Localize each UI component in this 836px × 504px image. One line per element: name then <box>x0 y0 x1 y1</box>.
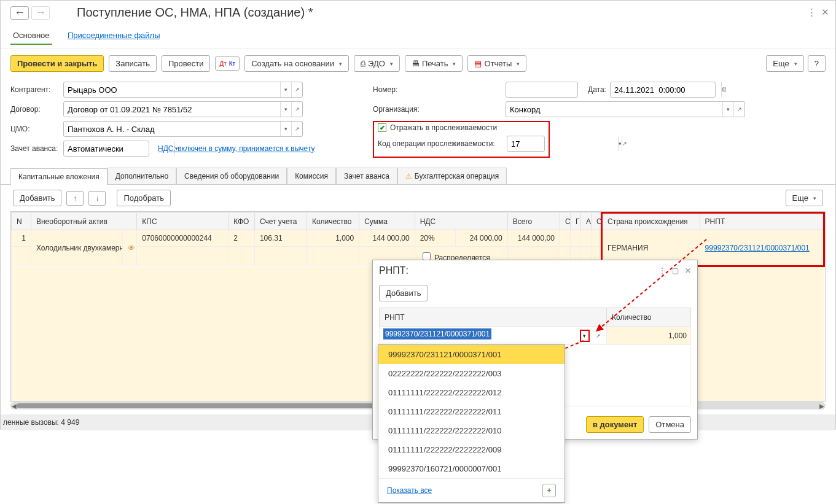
dropdown-item[interactable]: 02222222/222222/2222222/003 <box>378 364 564 383</box>
col-kfo[interactable]: КФО <box>229 213 255 230</box>
cell-g[interactable] <box>570 230 580 247</box>
popup-cancel-button[interactable]: Отмена <box>649 416 691 433</box>
col-total[interactable]: Всего <box>507 213 560 230</box>
col-g[interactable]: Г <box>570 213 580 230</box>
col-a[interactable]: А <box>580 213 591 230</box>
popup-rnpt-cell[interactable]: 99992370/231121/0000371/001 ▾ ↗ <box>380 327 607 345</box>
tab-equipment[interactable]: Сведения об оборудовании <box>176 168 287 184</box>
create-based-on-button[interactable]: Создать на основании <box>244 55 349 72</box>
popup-rnpt-input[interactable]: 99992370/231121/0000371/001 <box>383 328 491 339</box>
col-qty[interactable]: Количество <box>307 213 359 230</box>
move-up-button[interactable]: ↑ <box>66 191 84 206</box>
back-button[interactable]: 🡐 <box>10 6 29 20</box>
contractor-field[interactable]: ▾ ↗ <box>63 82 303 98</box>
col-asset[interactable]: Внеоборотный актив <box>31 213 136 230</box>
dropdown-item[interactable]: 01111111/222222/2222222/010 <box>378 421 564 440</box>
post-button[interactable]: Провести <box>162 55 211 72</box>
open-icon[interactable]: ↗ <box>622 136 627 151</box>
cell-vat-sum[interactable]: 24 000,00 <box>455 230 507 247</box>
open-icon[interactable]: ↗ <box>291 102 302 117</box>
col-s2[interactable]: С <box>591 213 601 230</box>
dropdown-item-active[interactable]: 99992370/231121/0000371/001 <box>378 345 564 364</box>
cell-a[interactable] <box>580 230 591 247</box>
col-kps[interactable]: КПС <box>137 213 229 230</box>
cell-asset[interactable]: Холодильник двухкамерный <box>31 230 122 266</box>
col-n[interactable]: N <box>12 213 31 230</box>
window-menu-icon[interactable]: ⋮ <box>807 7 816 18</box>
cmo-input[interactable] <box>64 122 280 136</box>
col-country[interactable]: Страна происхождения <box>601 213 700 230</box>
popup-dropdown-button[interactable]: ▾ <box>580 330 590 342</box>
calendar-icon[interactable]: 🗓 <box>721 82 727 97</box>
tab-main[interactable]: Основное <box>10 27 52 45</box>
col-vat[interactable]: НДС <box>415 213 507 230</box>
contractor-input[interactable] <box>64 82 280 97</box>
dropdown-icon[interactable]: ▾ <box>280 102 291 117</box>
forward-button[interactable]: 🡒 <box>31 6 50 20</box>
popup-ok-button[interactable]: в документ <box>586 416 644 433</box>
popup-col-qty[interactable]: Количество <box>607 308 691 327</box>
tab-capex[interactable]: Капитальные вложения <box>10 168 107 185</box>
edo-button[interactable]: ⎙ЭДО <box>354 55 400 72</box>
popup-open-icon[interactable]: ↗ <box>594 331 603 340</box>
cell-qty[interactable]: 1,000 <box>307 230 359 247</box>
dropdown-icon[interactable]: ▾ <box>280 122 291 136</box>
popup-menu-icon[interactable]: ⋮ <box>658 266 666 275</box>
write-button[interactable]: Записать <box>109 55 157 72</box>
cmo-field[interactable]: ▾ ↗ <box>63 121 303 137</box>
tab-extra[interactable]: Дополнительно <box>107 168 176 184</box>
cell-c[interactable] <box>560 230 570 247</box>
col-sum[interactable]: Сумма <box>359 213 415 230</box>
tab-accounting-op[interactable]: ⚠Бухгалтерская операция <box>397 168 507 184</box>
open-icon[interactable]: ↗ <box>733 102 744 117</box>
dropdown-item[interactable]: 01111111/222222/2222222/009 <box>378 440 564 459</box>
org-field[interactable]: ▾ ↗ <box>506 101 745 117</box>
open-icon[interactable]: ↗ <box>291 122 302 136</box>
advance-field[interactable]: ▾ <box>63 141 149 157</box>
popup-add-button[interactable]: Добавить <box>379 285 428 301</box>
dropdown-item[interactable]: 01111111/222222/2222222/011 <box>378 402 564 421</box>
dropdown-icon[interactable]: ▾ <box>722 102 733 117</box>
cell-rnpt[interactable]: 99992370/231121/0000371/001 <box>700 230 824 266</box>
col-account[interactable]: Счет учета <box>254 213 307 230</box>
cell-account[interactable]: 106.31 <box>254 230 307 247</box>
table-row[interactable]: 1 Холодильник двухкамерный 👁 07060000000… <box>12 230 824 247</box>
table-more-button[interactable]: Еще <box>786 190 823 206</box>
popup-qty-cell[interactable]: 1,000 <box>607 327 691 345</box>
popup-maximize-icon[interactable]: ▢ <box>672 266 679 275</box>
col-c[interactable]: С <box>560 213 570 230</box>
show-all-link[interactable]: Показать все <box>387 486 432 495</box>
col-rnpt[interactable]: РНПТ <box>700 213 824 230</box>
add-new-icon[interactable]: + <box>542 484 556 497</box>
post-and-close-button[interactable]: Провести и закрыть <box>10 55 104 72</box>
date-input[interactable] <box>611 82 721 97</box>
reports-button[interactable]: ▤Отчеты <box>467 55 526 72</box>
pick-button[interactable]: Подобрать <box>117 190 170 206</box>
cell-total[interactable]: 144 000,00 <box>507 230 560 247</box>
popup-close-icon[interactable]: ✕ <box>685 266 691 275</box>
add-row-button[interactable]: Добавить <box>13 190 61 206</box>
help-button[interactable]: ? <box>808 55 826 72</box>
rnpt-link[interactable]: 99992370/231121/0000371/001 <box>705 244 810 252</box>
cell-s2[interactable] <box>591 230 601 247</box>
popup-col-rnpt[interactable]: РНПТ <box>380 308 607 327</box>
trace-checkbox[interactable]: ✔ <box>378 123 386 132</box>
contract-input[interactable] <box>64 102 280 117</box>
print-button[interactable]: 🖶Печать <box>405 55 463 72</box>
number-field[interactable] <box>506 82 578 98</box>
scroll-thumb[interactable] <box>17 403 423 408</box>
more-button[interactable]: Еще <box>766 55 803 72</box>
op-code-field[interactable]: ▾ ↗ <box>507 136 545 152</box>
date-field[interactable]: 🗓 <box>610 82 716 98</box>
dropdown-icon[interactable]: ▾ <box>280 82 291 97</box>
vat-link[interactable]: НДС: включен в сумму, принимается к выче… <box>158 144 315 153</box>
close-icon[interactable]: ✕ <box>821 7 829 18</box>
cell-kfo[interactable]: 2 <box>229 230 255 247</box>
cell-vat-rate[interactable]: 20% <box>415 230 455 247</box>
dropdown-item[interactable]: 01111111/222222/2222222/012 <box>378 383 564 402</box>
tab-commission[interactable]: Комиссия <box>287 168 336 184</box>
org-input[interactable] <box>506 102 722 117</box>
op-code-input[interactable] <box>507 136 618 151</box>
dtkt-icon[interactable]: ДтКт <box>215 56 240 71</box>
cell-sum[interactable]: 144 000,00 <box>359 230 415 247</box>
